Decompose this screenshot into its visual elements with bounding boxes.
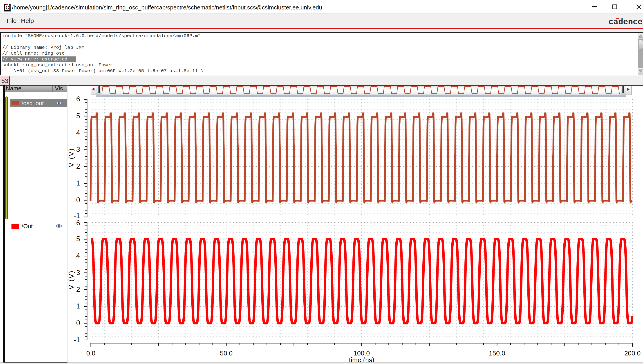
svg-text:6: 6: [76, 95, 80, 103]
svg-text:5: 5: [76, 112, 80, 120]
svg-text:2: 2: [76, 162, 80, 170]
svg-text:0: 0: [76, 319, 80, 327]
svg-text:50.0: 50.0: [220, 350, 232, 357]
svg-text:4: 4: [76, 129, 80, 137]
svg-text:1: 1: [76, 302, 80, 310]
svg-text:5: 5: [76, 235, 80, 243]
svg-text:100.0: 100.0: [354, 350, 370, 357]
svg-text:2: 2: [76, 286, 80, 294]
svg-text:0.0: 0.0: [86, 350, 95, 357]
svg-text:V (V): V (V): [68, 148, 75, 167]
svg-text:4: 4: [76, 252, 80, 260]
svg-text:3: 3: [76, 146, 80, 153]
svg-text:6: 6: [76, 219, 80, 227]
svg-text:1: 1: [76, 179, 80, 187]
svg-text:200.0: 200.0: [624, 350, 641, 357]
svg-text:150.0: 150.0: [489, 350, 505, 357]
svg-text:0: 0: [76, 196, 80, 204]
svg-text:-1: -1: [74, 212, 80, 220]
svg-text:V (V): V (V): [68, 270, 75, 289]
svg-text:-1: -1: [74, 336, 80, 344]
svg-text:3: 3: [76, 269, 80, 276]
